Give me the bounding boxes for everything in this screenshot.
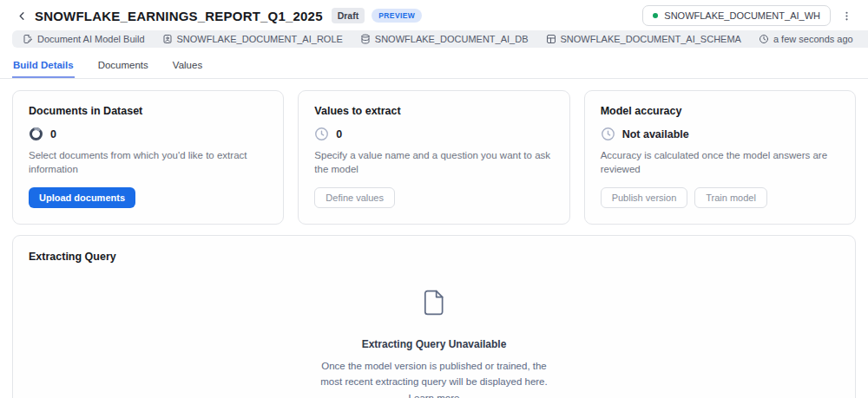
- more-options-button[interactable]: [836, 7, 858, 25]
- meta-item-schema: SNOWFLAKE_DOCUMENT_AI_SCHEMA: [546, 34, 741, 44]
- back-button[interactable]: [12, 6, 31, 25]
- card-description: Specify a value name and a question you …: [314, 149, 553, 176]
- meta-item-database: SNOWFLAKE_DOCUMENT_AI_DB: [360, 34, 529, 44]
- learn-more-link[interactable]: Learn more: [409, 393, 460, 398]
- card-description: Accuracy is calculated once the model an…: [601, 149, 839, 176]
- model-accuracy-card: Model accuracy Not available Accuracy is…: [584, 90, 856, 225]
- accuracy-clock-icon: [601, 127, 615, 141]
- tab-bar: Build Details Documents Values: [0, 49, 868, 79]
- publish-version-button[interactable]: Publish version: [601, 187, 688, 208]
- values-clock-icon: [314, 127, 329, 141]
- card-title: Values to extract: [314, 105, 553, 117]
- warehouse-selector-button[interactable]: SNOWFLAKE_DOCUMENT_AI_WH: [642, 5, 831, 26]
- tab-build-details[interactable]: Build Details: [12, 56, 75, 78]
- card-title: Model accuracy: [601, 105, 839, 117]
- tab-documents[interactable]: Documents: [97, 56, 149, 78]
- meta-item-last-updated: a few seconds ago: [759, 34, 853, 44]
- extracting-query-empty-state: Extracting Query Unavailable Once the mo…: [13, 290, 855, 398]
- extracting-query-card: Extracting Query Extracting Query Unavai…: [12, 235, 856, 398]
- upload-documents-button[interactable]: Upload documents: [29, 187, 135, 208]
- empty-state-title: Extracting Query Unavailable: [362, 338, 507, 350]
- page-title: SNOWFLAKE_EARNINGS_REPORT_Q1_2025: [35, 9, 323, 23]
- file-icon: [423, 290, 445, 316]
- meta-item-model-build: Document AI Model Build: [23, 34, 145, 44]
- page-header: SNOWFLAKE_EARNINGS_REPORT_Q1_2025 Draft …: [0, 0, 868, 28]
- card-title: Documents in Dataset: [29, 105, 267, 117]
- clock-icon: [759, 34, 769, 44]
- values-to-extract-card: Values to extract 0 Specify a value name…: [298, 90, 569, 225]
- card-description: Select documents from which you'd like t…: [29, 149, 267, 176]
- summary-cards: Documents in Dataset 0 Select documents …: [12, 90, 856, 225]
- kebab-menu-icon: [841, 10, 852, 22]
- database-icon: [360, 34, 371, 44]
- extracting-query-title: Extracting Query: [29, 251, 839, 263]
- warehouse-status-dot-icon: [653, 13, 658, 18]
- role-icon: [162, 34, 173, 44]
- schema-icon: [546, 34, 556, 44]
- values-count: 0: [336, 128, 342, 140]
- preview-badge: PREVIEW: [372, 9, 422, 23]
- empty-state-text: Once the model version is published or t…: [320, 358, 547, 398]
- train-model-button[interactable]: Train model: [694, 187, 767, 208]
- status-badge: Draft: [332, 8, 365, 23]
- context-metadata-bar: Document AI Model Build SNOWFLAKE_DOCUME…: [12, 30, 868, 48]
- tab-values[interactable]: Values: [172, 56, 203, 78]
- model-build-icon: [23, 34, 33, 44]
- accuracy-status: Not available: [622, 128, 689, 140]
- documents-donut-icon: [29, 127, 43, 141]
- documents-in-dataset-card: Documents in Dataset 0 Select documents …: [12, 90, 284, 225]
- meta-item-role: SNOWFLAKE_DOCUMENT_AI_ROLE: [162, 34, 343, 44]
- documents-count: 0: [50, 128, 56, 140]
- define-values-button[interactable]: Define values: [314, 187, 395, 208]
- chevron-left-icon: [17, 11, 27, 21]
- warehouse-name: SNOWFLAKE_DOCUMENT_AI_WH: [664, 10, 820, 21]
